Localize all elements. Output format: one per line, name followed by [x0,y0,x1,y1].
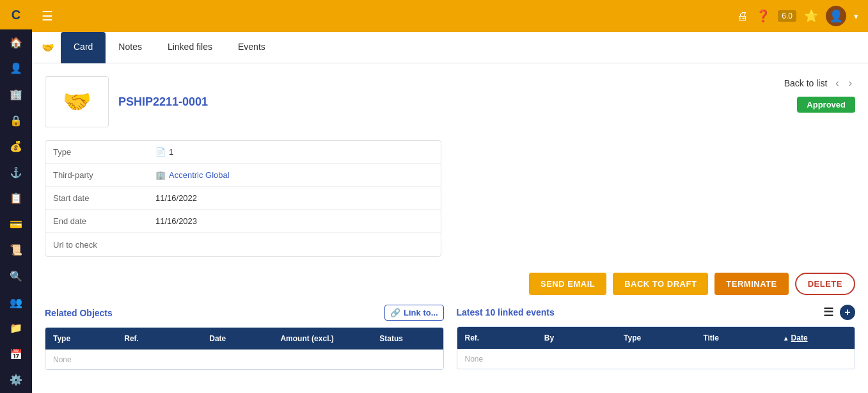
related-objects-section: Related Objects 🔗 Link to... Type Ref. [45,305,444,370]
related-objects-empty-row: None [45,349,443,369]
related-objects-table-header: Type Ref. Date Amount (excl.) Status [45,328,443,349]
col-date: Date [201,328,272,349]
col-amount: Amount (excl.) [272,328,372,349]
form-value-type: 📄 1 [155,147,173,157]
delete-button[interactable]: DELETE [795,273,855,295]
sidebar-item-search[interactable]: 🔍 [0,263,32,289]
tab-linked-files[interactable]: Linked files [155,32,225,63]
linked-events-section: Latest 10 linked events ☰ + Ref. By Type… [457,305,856,370]
form-label-type: Type [53,147,155,157]
col-status: Status [372,328,443,349]
sidebar-item-contacts[interactable]: 👥 [0,289,32,316]
sidebar-item-calendar[interactable]: 📅 [0,341,32,367]
nav-arrows: ‹ › [832,76,855,90]
related-objects-table: Type Ref. Date Amount (excl.) Status Non… [45,327,444,370]
sidebar-item-card[interactable]: 💳 [0,211,32,237]
sidebar-item-users[interactable]: 👤 [0,56,32,82]
main-area: ☰ 🖨 ❓ 6.0 ⭐ 👤 ▾ 🤝 Card Notes Linked file… [32,0,868,393]
status-badge: Approved [797,97,855,113]
form-label-start-date: Start date [53,193,155,203]
back-to-draft-button[interactable]: BACK TO DRAFT [613,273,708,295]
user-dropdown-arrow[interactable]: ▾ [854,12,858,21]
col-type: Type [45,328,116,349]
bottom-section: Related Objects 🔗 Link to... Type Ref. [45,305,855,376]
record-header: 🤝 PSHIP2211-0001 Back to list ‹ › Approv… [45,76,855,127]
add-event-button[interactable]: + [840,305,855,320]
sidebar: C 🏠 👤 🏢 🔒 💰 ⚓ 📋 💳 📜 🔍 👥 📁 📅 ⚙️ [0,0,32,393]
record-id: PSHIP2211-0001 [118,95,208,109]
linked-events-actions: ☰ + [823,305,855,320]
form-label-third-party: Third-party [53,170,155,180]
link-icon: 🔗 [390,308,400,317]
third-party-icon: 🏢 [155,170,166,180]
sidebar-item-anchor[interactable]: ⚓ [0,159,32,186]
sidebar-item-clipboard[interactable]: 📋 [0,185,32,211]
hamburger-menu[interactable]: ☰ [42,8,53,24]
star-icon[interactable]: ⭐ [804,9,818,23]
send-email-button[interactable]: SEND EMAIL [529,273,606,295]
sort-arrow-up: ▲ [783,335,789,342]
app-logo: C [0,0,32,29]
sidebar-item-lock[interactable]: 🔒 [0,108,32,134]
tab-card[interactable]: Card [61,32,106,63]
form-value-start-date: 11/16/2022 [155,193,197,203]
sidebar-item-buildings[interactable]: 🏢 [0,81,32,108]
form-row-type: Type 📄 1 [45,141,441,164]
col-date-sortable[interactable]: ▲ Date [775,327,855,349]
prev-arrow[interactable]: ‹ [832,76,842,90]
tabs-area: 🤝 Card Notes Linked files Events [32,32,868,63]
form-value-third-party[interactable]: 🏢 Accentric Global [155,170,230,180]
actions-row: SEND EMAIL BACK TO DRAFT TERMINATE DELET… [45,263,855,305]
tab-area-icon: 🤝 [42,42,54,54]
record-left: 🤝 PSHIP2211-0001 [45,76,208,127]
help-icon[interactable]: ❓ [756,9,770,23]
col-by: By [537,327,616,349]
tab-events[interactable]: Events [225,32,278,63]
sidebar-item-scroll[interactable]: 📜 [0,237,32,264]
linked-events-table: Ref. By Type Title ▲ Date None [457,326,856,369]
col-ref: Ref. [457,327,537,349]
user-avatar[interactable]: 👤 [826,6,846,26]
record-icon-box: 🤝 [45,76,109,127]
hamburger-events-icon[interactable]: ☰ [823,305,833,319]
version-badge: 6.0 [778,10,796,22]
content-area: 🤝 Card Notes Linked files Events 🤝 PSHIP… [32,32,868,393]
related-objects-title: Related Objects 🔗 Link to... [45,305,444,321]
related-objects-empty-label: None [45,350,443,369]
form-row-start-date: Start date 11/16/2022 [45,187,441,210]
top-bar-left: ☰ [42,8,53,24]
sidebar-item-finance[interactable]: 💰 [0,133,32,159]
linked-events-table-header: Ref. By Type Title ▲ Date [457,327,855,349]
col-title: Title [695,327,775,349]
form-row-third-party: Third-party 🏢 Accentric Global [45,164,441,187]
tab-notes[interactable]: Notes [106,32,155,63]
print-icon[interactable]: 🖨 [737,10,748,23]
form-label-url: Url to check [53,240,155,250]
form-row-url: Url to check [45,233,441,256]
sidebar-item-settings[interactable]: ⚙️ [0,367,32,393]
next-arrow[interactable]: › [846,76,855,90]
col-ref: Ref. [116,328,201,349]
record-right: Back to list ‹ › Approved [784,76,855,113]
link-to-button[interactable]: 🔗 Link to... [384,305,443,321]
linked-events-empty-row: None [457,349,855,369]
sidebar-item-folder[interactable]: 📁 [0,315,32,341]
top-bar-right: 🖨 ❓ 6.0 ⭐ 👤 ▾ [737,6,858,26]
sidebar-item-home[interactable]: 🏠 [0,29,32,56]
form-section: Type 📄 1 Third-party 🏢 Accentric Global … [45,140,441,257]
top-bar: ☰ 🖨 ❓ 6.0 ⭐ 👤 ▾ [32,0,868,32]
form-row-end-date: End date 11/16/2023 [45,210,441,233]
linked-events-empty-label: None [457,349,855,369]
linked-events-title: Latest 10 linked events ☰ + [457,305,856,320]
form-label-end-date: End date [53,216,155,226]
col-type: Type [616,327,695,349]
related-objects-actions: 🔗 Link to... [384,305,443,321]
card-content: 🤝 PSHIP2211-0001 Back to list ‹ › Approv… [32,63,868,389]
form-value-end-date: 11/16/2023 [155,216,197,226]
type-icon: 📄 [155,147,166,157]
back-to-list-link[interactable]: Back to list [784,78,828,88]
terminate-button[interactable]: TERMINATE [714,273,788,295]
